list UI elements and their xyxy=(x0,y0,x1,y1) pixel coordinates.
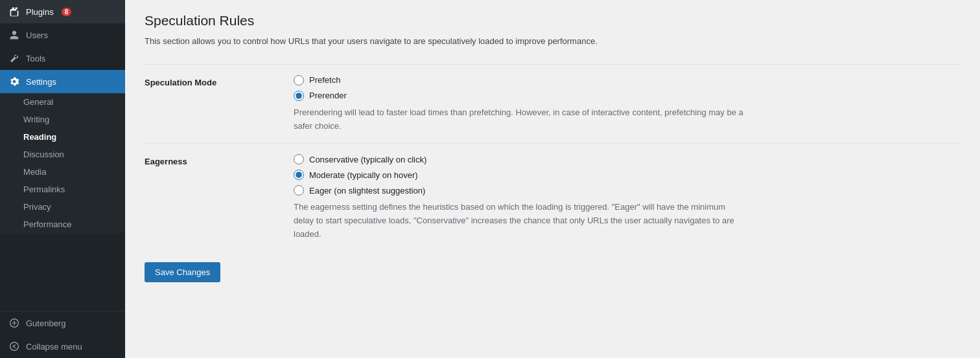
prerender-radio[interactable] xyxy=(294,91,304,101)
eagerness-help: The eagerness setting defines the heuris… xyxy=(294,201,747,241)
sidebar-bottom: Gutenberg Collapse menu xyxy=(0,311,125,358)
prerender-label: Prerender xyxy=(309,91,347,100)
users-icon xyxy=(8,28,21,41)
sidebar-item-tools[interactable]: Tools xyxy=(0,47,125,70)
plugin-icon xyxy=(8,5,21,18)
save-changes-button[interactable]: Save Changes xyxy=(145,262,220,282)
eager-label: Eager (on slightest suggestion) xyxy=(309,186,425,196)
sidebar-item-privacy[interactable]: Privacy xyxy=(0,198,125,216)
speculation-mode-controls: Prefetch Prerender Prerendering will lea… xyxy=(294,75,961,133)
sidebar-item-gutenberg-label: Gutenberg xyxy=(26,319,65,328)
sidebar-item-tools-label: Tools xyxy=(26,54,45,63)
prerender-option[interactable]: Prerender xyxy=(294,91,961,101)
settings-icon xyxy=(8,75,21,88)
svg-point-1 xyxy=(10,342,19,351)
page-title: Speculation Rules xyxy=(145,13,961,28)
plugins-badge: 8 xyxy=(62,8,72,16)
sidebar-item-permalinks[interactable]: Permalinks xyxy=(0,181,125,198)
eagerness-row: Eagerness Conservative (typically on cli… xyxy=(145,143,961,251)
sidebar-item-media[interactable]: Media xyxy=(0,163,125,181)
conservative-radio[interactable] xyxy=(294,154,304,164)
sidebar-item-discussion[interactable]: Discussion xyxy=(0,146,125,163)
eagerness-controls: Conservative (typically on click) Modera… xyxy=(294,154,961,241)
eager-radio[interactable] xyxy=(294,185,304,196)
conservative-option[interactable]: Conservative (typically on click) xyxy=(294,154,961,164)
speculation-mode-help: Prerendering will lead to faster load ti… xyxy=(294,106,747,133)
sidebar-item-writing[interactable]: Writing xyxy=(0,111,125,128)
sidebar-item-users[interactable]: Users xyxy=(0,23,125,47)
sidebar-item-plugins-label: Plugins xyxy=(26,7,54,17)
sidebar: Plugins 8 Users Tools Settings General W… xyxy=(0,0,125,358)
main-content: Speculation Rules This section allows yo… xyxy=(125,0,980,358)
prefetch-label: Prefetch xyxy=(309,75,340,85)
moderate-label: Moderate (typically on hover) xyxy=(309,170,418,180)
sidebar-item-general[interactable]: General xyxy=(0,93,125,111)
sidebar-item-collapse[interactable]: Collapse menu xyxy=(0,335,125,358)
eagerness-label: Eagerness xyxy=(145,154,294,166)
sidebar-item-performance[interactable]: Performance xyxy=(0,216,125,233)
sidebar-item-collapse-label: Collapse menu xyxy=(26,342,82,352)
settings-submenu: General Writing Reading Discussion Media… xyxy=(0,93,125,233)
sidebar-item-users-label: Users xyxy=(26,30,48,40)
prefetch-radio[interactable] xyxy=(294,75,304,85)
prefetch-option[interactable]: Prefetch xyxy=(294,75,961,85)
sidebar-item-settings[interactable]: Settings xyxy=(0,70,125,93)
settings-active-arrow xyxy=(120,76,125,87)
conservative-label: Conservative (typically on click) xyxy=(309,155,426,164)
section-description: This section allows you to control how U… xyxy=(145,35,961,49)
eager-option[interactable]: Eager (on slightest suggestion) xyxy=(294,185,961,196)
speculation-mode-row: Speculation Mode Prefetch Prerender Prer… xyxy=(145,64,961,144)
sidebar-item-reading[interactable]: Reading xyxy=(0,128,125,146)
moderate-radio[interactable] xyxy=(294,170,304,180)
collapse-icon xyxy=(8,340,21,353)
sidebar-item-settings-label: Settings xyxy=(26,77,56,87)
sidebar-item-gutenberg[interactable]: Gutenberg xyxy=(0,311,125,335)
moderate-option[interactable]: Moderate (typically on hover) xyxy=(294,170,961,180)
gutenberg-icon xyxy=(8,317,21,330)
tools-icon xyxy=(8,52,21,65)
speculation-mode-label: Speculation Mode xyxy=(145,75,294,87)
sidebar-item-plugins[interactable]: Plugins 8 xyxy=(0,0,125,23)
